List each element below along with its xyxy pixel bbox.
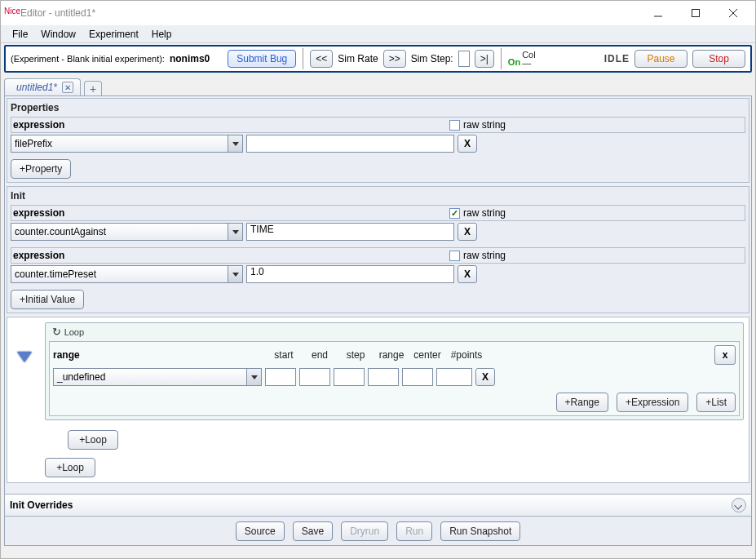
down-triangle-icon — [17, 352, 32, 362]
init-dropdown[interactable]: counter.countAgainst — [11, 223, 243, 241]
tab-strip: untitled1* ✕ + — [4, 76, 752, 95]
work-area: Properties expression raw string filePre… — [4, 95, 752, 546]
add-property-button[interactable]: +Property — [11, 159, 71, 179]
on-indicator: On — [508, 57, 520, 67]
pause-button[interactable]: Pause — [634, 50, 687, 68]
points-input[interactable] — [436, 368, 472, 386]
sim-rate-back-button[interactable]: << — [310, 50, 333, 68]
add-list-button[interactable]: +List — [696, 393, 736, 412]
raw-string-checkbox[interactable] — [449, 208, 460, 219]
chevron-down-icon — [228, 266, 242, 282]
property-row-header: expression raw string — [11, 117, 745, 133]
separator — [303, 48, 303, 69]
range-dropdown[interactable]: _undefined — [53, 368, 262, 386]
bottom-bar: Source Save Dryrun Run Run Snapshot — [5, 516, 751, 545]
add-tab-button[interactable]: + — [84, 81, 102, 95]
document-tab[interactable]: untitled1* ✕ — [4, 78, 81, 95]
dropdown-value: counter.countAgainst — [15, 226, 106, 237]
loop-inner: range start end step range center #point… — [49, 341, 740, 416]
tab-label: untitled1* — [16, 82, 57, 93]
menubar: File Window Experiment Help — [1, 25, 755, 43]
property-row: filePrefix X — [11, 135, 745, 153]
init-row: counter.countAgainst TIME X — [11, 223, 745, 241]
init-overrides-title: Init Overrides — [10, 499, 73, 511]
col-range: range — [376, 349, 407, 361]
add-expression-button[interactable]: +Expression — [617, 393, 688, 412]
window-title: Editor - untitled1* — [20, 7, 95, 19]
init-dropdown[interactable]: counter.timePreset — [11, 265, 243, 283]
minimize-button[interactable] — [639, 1, 677, 25]
col-end: end — [304, 349, 335, 361]
init-overrides-bar[interactable]: Init Overrides — [5, 494, 751, 516]
close-window-button[interactable] — [714, 1, 752, 25]
menu-window[interactable]: Window — [34, 27, 82, 42]
loop-section: Loop range start end step range center #… — [7, 317, 749, 483]
remove-loop-button[interactable]: x — [714, 345, 736, 365]
step-input[interactable] — [334, 368, 365, 386]
sim-rate-fwd-button[interactable]: >> — [383, 50, 406, 68]
menu-experiment[interactable]: Experiment — [82, 27, 145, 42]
add-loop-outer-button[interactable]: +Loop — [45, 458, 95, 477]
svg-rect-1 — [692, 9, 700, 16]
start-input[interactable] — [265, 368, 296, 386]
chevron-down-icon — [228, 135, 242, 152]
init-value-input[interactable]: 1.0 — [246, 265, 454, 283]
raw-string-label: raw string — [463, 207, 506, 219]
property-value-input[interactable] — [246, 135, 454, 153]
sim-rate-label: Sim Rate — [338, 53, 378, 64]
init-row-header: expression raw string — [11, 205, 745, 221]
expression-label: expression — [13, 119, 209, 131]
source-button[interactable]: Source — [236, 521, 285, 541]
remove-range-row-button[interactable]: X — [475, 368, 495, 386]
raw-string-label: raw string — [463, 119, 506, 131]
add-range-button[interactable]: +Range — [556, 393, 608, 412]
separator — [501, 48, 502, 69]
dropdown-value: filePrefix — [15, 138, 52, 149]
loop-box: Loop range start end step range center #… — [45, 322, 744, 420]
col-sub: — — [522, 59, 536, 67]
run-snapshot-button[interactable]: Run Snapshot — [440, 521, 520, 541]
range-input[interactable] — [368, 368, 399, 386]
remove-init-button[interactable]: X — [458, 265, 477, 283]
init-value-input[interactable]: TIME — [246, 223, 454, 241]
username-label: nonims0 — [170, 53, 210, 64]
chevron-down-icon — [228, 224, 242, 240]
init-section: Init expression raw string counter.count… — [7, 186, 749, 313]
stop-button[interactable]: Stop — [692, 50, 745, 68]
submit-bug-button[interactable]: Submit Bug — [228, 50, 296, 68]
menu-file[interactable]: File — [6, 27, 34, 42]
range-columns: start end step range center #points — [268, 349, 485, 361]
col-points: #points — [448, 349, 485, 361]
tab-close-button[interactable]: ✕ — [62, 82, 73, 93]
center-input[interactable] — [402, 368, 433, 386]
range-row: _undefined X — [53, 368, 736, 386]
add-initial-value-button[interactable]: +Initial Value — [11, 290, 84, 309]
loop-collapse-icon[interactable] — [12, 322, 37, 362]
sim-step-end-button[interactable]: >| — [475, 50, 494, 68]
init-row: counter.timePreset 1.0 X — [11, 265, 745, 283]
dryrun-button[interactable]: Dryrun — [341, 521, 388, 541]
properties-section: Properties expression raw string filePre… — [7, 98, 749, 183]
expand-icon[interactable] — [732, 498, 746, 512]
maximize-button[interactable] — [677, 1, 714, 25]
menu-help[interactable]: Help — [145, 27, 179, 42]
properties-title: Properties — [11, 102, 745, 113]
col-step: step — [340, 349, 371, 361]
run-button[interactable]: Run — [396, 521, 432, 541]
raw-string-label: raw string — [463, 250, 506, 261]
end-input[interactable] — [299, 368, 330, 386]
chevron-down-icon — [246, 369, 261, 385]
experiment-name-label: (Experiment - Blank initial experiment): — [11, 55, 165, 64]
save-button[interactable]: Save — [293, 521, 333, 541]
remove-init-button[interactable]: X — [458, 223, 477, 241]
sim-step-label: Sim Step: — [411, 53, 453, 64]
add-loop-inner-button[interactable]: +Loop — [68, 430, 118, 450]
raw-string-checkbox[interactable] — [449, 120, 460, 131]
col-start: start — [268, 349, 299, 361]
property-dropdown[interactable]: filePrefix — [11, 135, 243, 153]
raw-string-checkbox[interactable] — [449, 251, 460, 261]
sim-step-input[interactable] — [458, 51, 470, 67]
status-idle: IDLE — [604, 53, 630, 64]
remove-property-button[interactable]: X — [458, 135, 477, 153]
range-label: range — [53, 349, 265, 361]
